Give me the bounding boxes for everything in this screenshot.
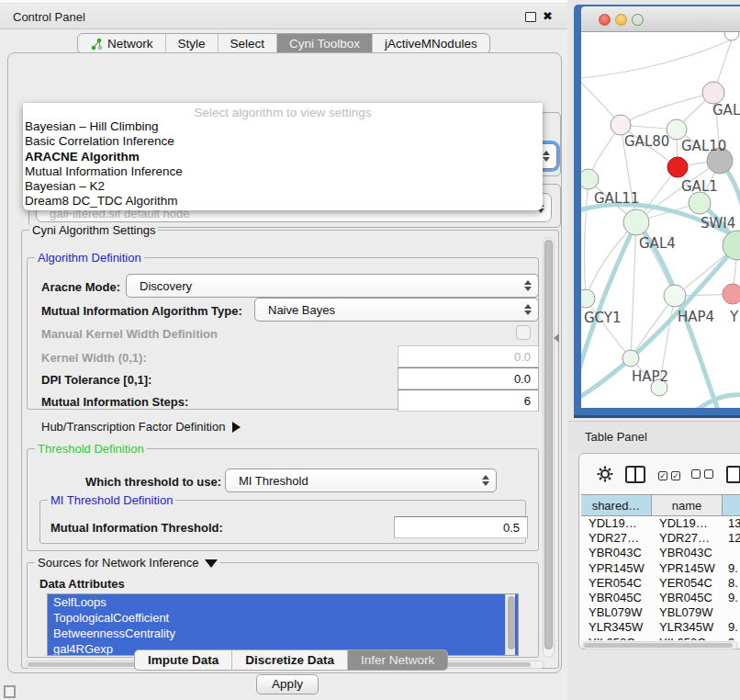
cell: YBR045C	[652, 591, 723, 605]
gal4-node[interactable]	[623, 209, 649, 235]
list-item[interactable]: SelfLoops	[48, 594, 518, 610]
node-label: GAL	[712, 102, 740, 119]
gal80-node[interactable]	[611, 115, 631, 135]
hap2-node[interactable]	[622, 350, 639, 367]
table-row[interactable]: YDR27…YDR27…12	[581, 531, 740, 546]
data-attributes-list[interactable]: SelfLoops TopologicalCoefficient Between…	[47, 593, 519, 656]
which-threshold-label: Which threshold to use:	[85, 475, 221, 489]
expand-right-icon	[232, 422, 241, 433]
group-title: Cyni Algorithm Settings	[29, 223, 158, 237]
popup-item[interactable]: Bayesian – K2	[23, 179, 543, 194]
table-panel-card: ✓✓ shared… name YDL19…YDL19…13 YDR27…YDR…	[578, 453, 740, 649]
mi-threshold-field[interactable]: 0.5	[394, 516, 528, 538]
zoom-traffic-light-icon[interactable]	[632, 14, 644, 26]
table-row[interactable]: YBL079WYBL079W	[581, 605, 740, 620]
algorithm-dropdown-popup: Select algorithm to view settings Bayesi…	[23, 103, 543, 210]
table-row[interactable]: YLR345WYLR345W9.	[581, 620, 740, 635]
tab-discretize-data[interactable]: Discretize Data	[232, 650, 348, 670]
scrollbar-thumb[interactable]	[544, 240, 553, 649]
table-row[interactable]: YBR043CYBR043C	[581, 546, 740, 560]
partial-top-node[interactable]	[724, 32, 739, 40]
table-row[interactable]: YPR145WYPR145W9.	[581, 561, 740, 576]
select-all-checks-icon[interactable]: ✓✓	[658, 466, 680, 482]
scrollbar-thumb[interactable]	[584, 643, 733, 648]
panel-grip-icon[interactable]	[4, 685, 16, 698]
popup-item[interactable]: Mutual Information Inference	[23, 164, 543, 179]
gcy1-node[interactable]	[581, 289, 595, 308]
popup-item-selected[interactable]: ARACNE Algorithm	[23, 150, 543, 164]
deselect-all-checks-icon[interactable]	[691, 466, 713, 482]
node-label: GAL4	[639, 235, 676, 252]
hap4-node[interactable]	[664, 285, 686, 307]
apply-button[interactable]: Apply	[256, 674, 319, 694]
list-item[interactable]: TopologicalCoefficient	[48, 610, 518, 626]
mi-type-combobox[interactable]: Naive Bayes	[254, 298, 539, 322]
table-row[interactable]: YDL19…YDL19…13	[581, 516, 740, 531]
control-panel-titlebar: Control Panel ✖	[0, 4, 567, 29]
table-horizontal-scrollbar[interactable]	[582, 641, 738, 649]
table-row[interactable]: YER054CYER054C8.	[581, 576, 740, 591]
tab-style[interactable]: Style	[166, 34, 219, 53]
split-columns-icon[interactable]	[625, 466, 645, 483]
cell: 9.	[723, 561, 740, 576]
scrollbar-thumb[interactable]	[508, 596, 515, 649]
network-canvas[interactable]: GAL GAL80 GAL10 GAL1 GAL11 SWI4 GAL4 GCY…	[581, 32, 740, 408]
group-title: Algorithm Definition	[35, 251, 144, 265]
sources-toggle[interactable]: Sources for Network Inference	[35, 556, 220, 570]
list-vertical-scrollbar[interactable]	[505, 594, 515, 655]
gal1-node[interactable]	[689, 192, 711, 214]
close-icon[interactable]: ✖	[543, 9, 553, 23]
combo-arrows-icon	[482, 475, 489, 486]
red-node[interactable]	[667, 157, 688, 177]
which-threshold-value: MI Threshold	[239, 474, 308, 488]
tab-select[interactable]: Select	[219, 34, 278, 53]
gal-pink-node[interactable]	[702, 82, 724, 104]
cell: YLR345W	[581, 620, 652, 635]
table-row[interactable]: YBR045CYBR045C9.	[581, 591, 740, 605]
splitter-collapse-icon[interactable]	[554, 333, 559, 343]
mi-type-label: Mutual Information Algorithm Type:	[41, 304, 242, 318]
popup-item[interactable]: Dream8 DC_TDC Algorithm	[23, 194, 543, 209]
hub-definition-toggle[interactable]: Hub/Transcription Factor Definition	[41, 420, 241, 434]
combo-arrows-icon	[524, 304, 532, 315]
network-window-titlebar[interactable]	[581, 6, 740, 32]
salmon-node[interactable]	[723, 284, 740, 304]
kernel-width-field[interactable]: 0.0	[398, 345, 539, 367]
tab-network[interactable]: Network	[78, 34, 166, 53]
cell: YIL052C	[652, 636, 723, 641]
dpi-tolerance-field[interactable]: 0.0	[398, 367, 539, 390]
tab-jactivemnodules[interactable]: jActiveMNodules	[373, 34, 489, 53]
mi-steps-field[interactable]: 6	[398, 390, 539, 412]
which-threshold-combobox[interactable]: MI Threshold	[225, 469, 497, 492]
application-root: Control Panel ✖ Network Style Select Cyn…	[0, 0, 740, 700]
popup-item[interactable]: Basic Correlation Inference	[23, 134, 543, 149]
tab-impute-data[interactable]: Impute Data	[135, 650, 232, 670]
collapse-down-icon	[205, 559, 218, 568]
close-traffic-light-icon[interactable]	[599, 14, 611, 26]
list-item[interactable]: BetweennessCentrality	[48, 626, 518, 641]
cell: 12	[723, 531, 740, 546]
cell	[723, 605, 740, 620]
bottom-tab-bar: Impute Data Discretize Data Infer Networ…	[134, 649, 448, 671]
table-panel-header: Table Panel	[567, 421, 740, 452]
manual-kernel-checkbox[interactable]	[516, 325, 531, 340]
popup-item[interactable]: Bayesian – Hill Climbing	[23, 119, 543, 134]
column-header-name[interactable]: name	[652, 495, 723, 515]
column-header-shared-name[interactable]: shared…	[581, 495, 652, 515]
gal11-node[interactable]	[581, 169, 599, 189]
column-header-partial[interactable]	[723, 495, 740, 515]
node-label: GAL10	[681, 138, 726, 154]
network-icon	[90, 38, 103, 51]
tab-cyni-toolbox[interactable]: Cyni Toolbox	[277, 34, 373, 53]
table-row[interactable]: YIL052CYIL052C9.	[581, 636, 740, 641]
aracne-mode-combobox[interactable]: Discovery	[126, 274, 539, 298]
float-window-icon[interactable]	[525, 12, 536, 22]
tab-infer-network[interactable]: Infer Network	[348, 650, 447, 670]
cell: YBL079W	[581, 605, 652, 620]
settings-vertical-scrollbar[interactable]	[543, 237, 555, 658]
mi-type-value: Naive Bayes	[268, 303, 335, 317]
minimize-traffic-light-icon[interactable]	[615, 14, 627, 26]
table-rows[interactable]: YDL19…YDL19…13 YDR27…YDR27…12 YBR043CYBR…	[581, 516, 740, 640]
new-table-icon[interactable]	[726, 466, 740, 483]
gear-icon[interactable]	[596, 465, 614, 483]
